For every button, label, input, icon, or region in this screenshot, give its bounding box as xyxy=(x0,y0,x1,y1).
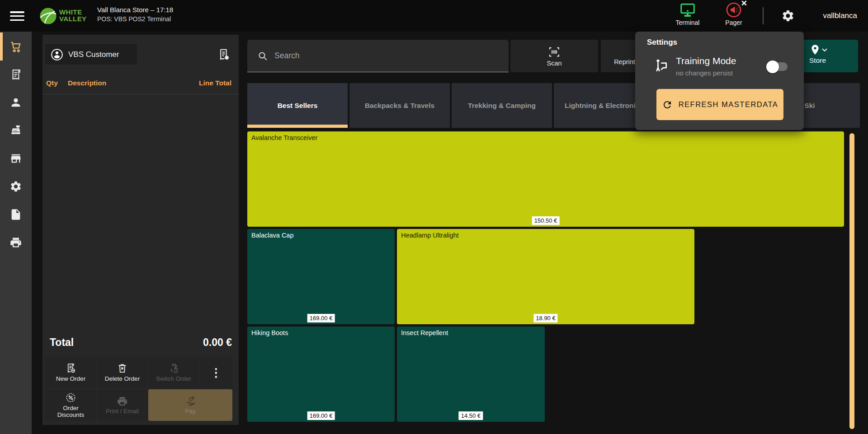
action-label: New Order xyxy=(56,376,85,383)
product-name: Headlamp Ultralight xyxy=(401,232,690,239)
product-price: 169.00 € xyxy=(307,314,335,322)
terminal-button[interactable]: Terminal xyxy=(672,2,703,26)
sidebar-item-settings[interactable] xyxy=(0,173,32,201)
tab-label: Best Sellers xyxy=(278,102,318,110)
grid-scrollbar[interactable] xyxy=(849,133,854,429)
scan-button[interactable]: Scan xyxy=(510,40,598,72)
sidebar-item-customers[interactable] xyxy=(0,89,32,117)
order-discounts-button[interactable]: Order Discounts xyxy=(45,389,96,421)
settings-gear-button[interactable] xyxy=(781,9,795,23)
terminal-label: Terminal xyxy=(676,19,700,26)
reprint-label: Reprint xyxy=(614,58,635,65)
order-panel: VBS Customer Qty Description Line Total … xyxy=(42,35,239,425)
description-column: Description xyxy=(68,79,106,87)
pay-hand-coin-icon xyxy=(185,395,196,407)
receipt-icon xyxy=(9,68,22,81)
person-circle-icon xyxy=(51,48,63,61)
store-selector-button[interactable]: Store xyxy=(802,40,858,72)
total-value: 0.00 € xyxy=(203,336,232,349)
action-label: Print / Email xyxy=(106,408,139,415)
action-label: Pay xyxy=(185,408,195,415)
print-email-button[interactable]: Print / Email xyxy=(97,389,147,421)
delete-order-button[interactable]: Delete Order xyxy=(97,357,147,388)
printer-icon xyxy=(117,395,128,407)
more-actions-button[interactable] xyxy=(200,357,232,388)
tab-label: Lightning & Electronics xyxy=(565,102,643,110)
gear-icon xyxy=(9,180,22,193)
sidebar-item-orders[interactable] xyxy=(0,61,32,89)
action-label: Switch Order xyxy=(156,376,191,383)
store-title: Vall Blanca Store – 17:18 xyxy=(97,6,173,14)
pos-app: WHITEVALLEY Vall Blanca Store – 17:18 PO… xyxy=(0,0,868,434)
pay-button[interactable]: Pay xyxy=(148,389,232,421)
qty-column: Qty xyxy=(46,79,58,87)
sidebar-item-store[interactable] xyxy=(0,145,32,173)
tab-label: Trekking & Camping xyxy=(468,102,536,110)
tab-backpacks-travels[interactable]: Backpacks & Travels xyxy=(349,83,450,128)
more-vertical-icon xyxy=(210,367,222,378)
pager-speaker-icon xyxy=(726,2,742,18)
logo-text: WHITEVALLEY xyxy=(59,9,86,22)
receipt-gear-icon xyxy=(217,48,231,61)
action-label: Delete Order xyxy=(105,376,140,383)
product-grid: Avalanche Transceiver150.50 €Balaclava C… xyxy=(247,131,844,422)
customer-name: VBS Customer xyxy=(68,50,119,59)
username[interactable]: vallblanca xyxy=(823,11,857,20)
sidebar-item-fiscal-printer[interactable] xyxy=(0,229,32,257)
hamburger-menu-icon[interactable] xyxy=(10,11,24,21)
product-tile[interactable]: Avalanche Transceiver150.50 € xyxy=(247,131,844,227)
header-divider xyxy=(42,94,239,94)
sidebar-item-documents[interactable] xyxy=(0,201,32,229)
product-tile[interactable]: Insect Repellent14.50 € xyxy=(397,327,544,422)
sidebar-nav xyxy=(0,32,32,434)
customer-button[interactable]: VBS Customer xyxy=(45,44,137,65)
product-tile[interactable]: Headlamp Ultralight18.90 € xyxy=(397,229,694,324)
settings-dropdown: Settings Training Mode no changes persis… xyxy=(635,32,804,130)
action-label: Order Discounts xyxy=(50,405,92,419)
switch-order-icon xyxy=(168,363,179,374)
training-mode-sublabel: no changes persist xyxy=(676,69,733,77)
training-mode-icon xyxy=(653,57,670,74)
search-field[interactable] xyxy=(247,40,509,72)
total-label: Total xyxy=(50,336,74,349)
product-price: 169.00 € xyxy=(307,411,335,420)
pager-label: Pager xyxy=(725,19,742,26)
settings-title: Settings xyxy=(647,38,677,47)
product-tile[interactable]: Hiking Boots169.00 € xyxy=(247,327,395,422)
new-order-button[interactable]: New Order xyxy=(45,357,96,388)
tab-trekking-camping[interactable]: Trekking & Camping xyxy=(452,83,552,128)
product-name: Avalanche Transceiver xyxy=(251,134,840,141)
pos-terminal-subtitle: POS: VBS POS2 Terminal xyxy=(97,15,171,23)
sidebar-item-sales-cart[interactable] xyxy=(0,33,32,61)
search-icon xyxy=(257,51,268,61)
refresh-icon xyxy=(662,99,673,110)
product-tile[interactable]: Balaclava Cap169.00 € xyxy=(247,229,395,324)
topbar-divider xyxy=(763,7,764,24)
product-price: 18.90 € xyxy=(533,314,557,322)
scan-label: Scan xyxy=(547,60,561,67)
sidebar-item-cash-register[interactable] xyxy=(0,117,32,145)
top-bar: WHITEVALLEY Vall Blanca Store – 17:18 PO… xyxy=(0,0,868,32)
pager-close-icon[interactable] xyxy=(741,0,747,8)
cart-icon xyxy=(9,40,22,53)
storefront-icon xyxy=(9,152,22,165)
barcode-scan-icon xyxy=(547,45,561,59)
person-icon xyxy=(9,96,22,109)
document-icon xyxy=(9,208,22,221)
toggle-knob xyxy=(766,61,779,73)
switch-order-button[interactable]: Switch Order xyxy=(148,357,199,388)
order-options-button[interactable] xyxy=(213,44,234,65)
refresh-masterdata-button[interactable]: REFRESH MASTERDATA xyxy=(656,89,783,120)
tab-label: Backpacks & Travels xyxy=(365,102,434,110)
discount-badge-icon xyxy=(65,392,76,404)
product-price: 150.50 € xyxy=(532,216,560,225)
tab-label: Ski xyxy=(804,102,815,110)
search-input[interactable] xyxy=(274,51,503,61)
receipt-plus-icon xyxy=(65,363,76,374)
product-name: Insect Repellent xyxy=(401,329,540,336)
tab-best-sellers[interactable]: Best Sellers xyxy=(247,83,348,128)
total-row: Total 0.00 € xyxy=(50,336,232,349)
pager-button[interactable]: Pager xyxy=(718,2,750,26)
training-mode-toggle[interactable] xyxy=(768,62,788,71)
chevron-down-icon xyxy=(821,48,828,52)
